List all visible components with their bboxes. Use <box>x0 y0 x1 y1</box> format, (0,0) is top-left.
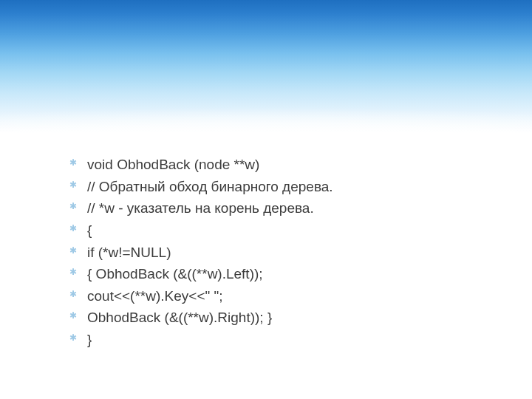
header-gradient <box>0 0 532 133</box>
code-line: ObhodBack (&((**w).Right)); } <box>66 308 502 327</box>
code-line: } <box>66 330 502 349</box>
code-line: { ObhodBack (&((**w).Left)); <box>66 265 502 284</box>
code-line: void ObhodBack (node **w) <box>66 155 502 174</box>
code-line: if (*w!=NULL) <box>66 243 502 262</box>
code-block: void ObhodBack (node **w) // Обратный об… <box>66 155 502 352</box>
code-line: cout<<(**w).Key<<" "; <box>66 287 502 306</box>
code-line: { <box>66 221 502 240</box>
code-line: // *w - указатель на корень дерева. <box>66 199 502 218</box>
code-line: // Обратный обход бинарного дерева. <box>66 177 502 197</box>
code-list: void ObhodBack (node **w) // Обратный об… <box>66 155 502 349</box>
slide: void ObhodBack (node **w) // Обратный об… <box>0 0 532 399</box>
